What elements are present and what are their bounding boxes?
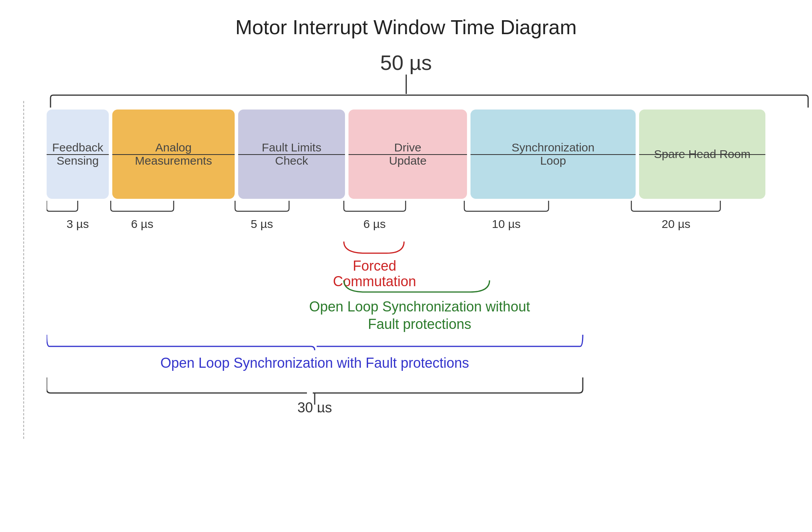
segment-feedback: FeedbackSensing [47, 110, 109, 199]
svg-text:6 µs: 6 µs [363, 217, 385, 230]
top-arrow-line [406, 75, 407, 94]
segment-drive: DriveUpdate [348, 110, 467, 199]
svg-text:Forced: Forced [353, 258, 396, 274]
dotted-left-line [23, 101, 24, 439]
segments-row: FeedbackSensing AnalogMeasurements Fault… [47, 110, 765, 199]
svg-text:Open Loop Synchronization with: Open Loop Synchronization with Fault pro… [160, 355, 469, 371]
svg-text:10 µs: 10 µs [492, 217, 521, 230]
open-loop-fault-svg: Open Loop Synchronization with Fault pro… [47, 331, 812, 374]
top-bracket-svg [47, 94, 812, 110]
segment-fault: Fault LimitsCheck [238, 110, 345, 199]
top-time-label: 50 µs [380, 51, 432, 74]
svg-text:30 µs: 30 µs [298, 400, 332, 412]
svg-text:6 µs: 6 µs [131, 217, 153, 230]
open-loop-no-fault-svg: Open Loop Synchronization without Fault … [47, 276, 812, 335]
diagram-title: Motor Interrupt Window Time Diagram [23, 16, 789, 39]
svg-text:5 µs: 5 µs [251, 217, 273, 230]
segment-sync: SynchronizationLoop [470, 110, 636, 199]
segment-analog: AnalogMeasurements [112, 110, 235, 199]
diagram-container: Motor Interrupt Window Time Diagram 50 µ… [0, 0, 812, 532]
svg-text:20 µs: 20 µs [662, 217, 690, 230]
segment-spare: Spare Head Room [639, 110, 765, 199]
bottom-braces-svg: 3 µs 6 µs 5 µs 6 µs 10 µs 20 µs [47, 199, 812, 234]
svg-text:3 µs: 3 µs [66, 217, 89, 230]
svg-text:Open Loop Synchronization with: Open Loop Synchronization without [309, 299, 530, 315]
svg-text:Fault protections: Fault protections [368, 316, 471, 332]
annotations-area: Forced Commutation Open Loop Synchroniza… [47, 238, 765, 412]
thirty-us-svg: 30 µs [47, 374, 812, 412]
